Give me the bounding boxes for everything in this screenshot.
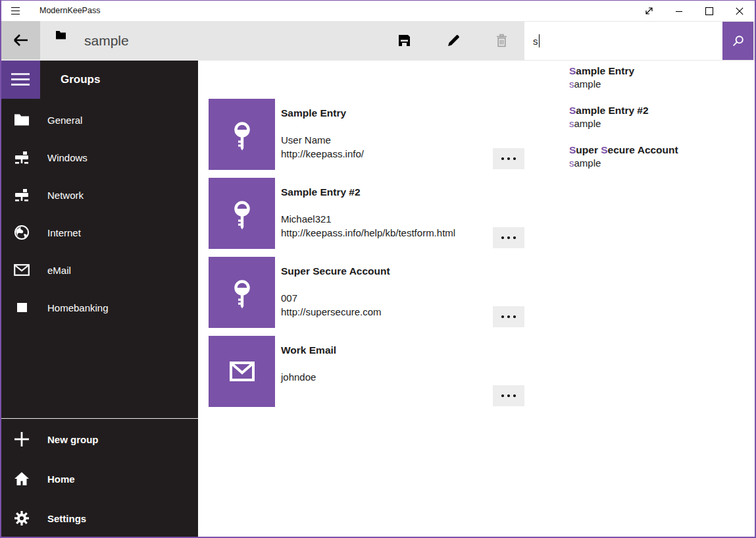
- globe-icon: [13, 224, 30, 241]
- key-icon: [209, 178, 275, 249]
- entry-row[interactable]: Work Email johndoe: [209, 336, 756, 407]
- sidebar-item-internet[interactable]: Internet: [1, 213, 198, 251]
- plus-icon: [13, 431, 30, 448]
- minimize-icon: [674, 6, 684, 16]
- suggestion-item[interactable]: Sample Entry #2 sample: [569, 103, 753, 136]
- close-button[interactable]: [724, 1, 755, 21]
- sidebar-item-network[interactable]: Network: [1, 176, 198, 213]
- window-border-left: [0, 0, 1, 538]
- window-border-top: [0, 0, 756, 1]
- more-button[interactable]: [493, 227, 524, 248]
- sidebar-item-email[interactable]: eMail: [1, 251, 198, 288]
- app-title: ModernKeePass: [39, 1, 100, 21]
- key-icon: [209, 257, 275, 328]
- workstation-icon: [13, 186, 30, 203]
- title-bar: ModernKeePass: [1, 1, 755, 21]
- sidebar-divider: [1, 418, 198, 419]
- search-text: s: [533, 36, 538, 47]
- search-box: s: [524, 22, 753, 60]
- entry-row[interactable]: Super Secure Account 007 http://supersec…: [209, 257, 756, 328]
- maximize-icon: [704, 6, 715, 16]
- fullscreen-button[interactable]: [634, 1, 664, 21]
- square-icon: [13, 299, 30, 316]
- save-button[interactable]: [388, 24, 420, 56]
- sidebar-footer: New group Home: [1, 419, 198, 538]
- key-icon: [209, 99, 275, 170]
- envelope-icon: [209, 336, 275, 407]
- group-list: General Windows: [1, 101, 198, 326]
- delete-button[interactable]: [486, 24, 517, 56]
- edit-icon: [447, 34, 461, 47]
- suggestion-item[interactable]: Sample Entry sample: [569, 64, 753, 97]
- workstation-icon: [13, 149, 30, 166]
- more-button[interactable]: [493, 148, 524, 169]
- navigation-pane: Groups General Windows: [1, 61, 198, 537]
- back-button[interactable]: [1, 21, 40, 59]
- search-button[interactable]: [722, 22, 753, 60]
- command-bar: sample s: [1, 21, 755, 61]
- folder-icon: [13, 111, 30, 128]
- text-caret: [539, 34, 540, 47]
- edit-button[interactable]: [438, 24, 469, 56]
- new-group-button[interactable]: New group: [1, 419, 198, 459]
- delete-icon: [495, 34, 508, 47]
- save-icon: [397, 34, 411, 47]
- gear-icon: [13, 510, 30, 527]
- home-button[interactable]: Home: [1, 459, 198, 498]
- envelope-icon: [13, 261, 30, 279]
- nav-hamburger-button[interactable]: [1, 61, 40, 99]
- more-button[interactable]: [493, 306, 524, 327]
- minimize-button[interactable]: [664, 1, 694, 21]
- close-icon: [734, 6, 745, 16]
- database-title: sample: [84, 21, 129, 61]
- search-icon: [732, 34, 745, 47]
- hamburger-icon[interactable]: [11, 7, 20, 15]
- suggestion-item[interactable]: Super Secure Account sample: [569, 143, 753, 176]
- sidebar-item-windows[interactable]: Windows: [1, 138, 198, 176]
- maximize-button[interactable]: [694, 1, 724, 21]
- groups-header: Groups: [61, 61, 100, 99]
- fullscreen-icon: [643, 5, 655, 16]
- sidebar-item-general[interactable]: General: [1, 101, 198, 138]
- more-button[interactable]: [493, 385, 524, 406]
- database-icon: [55, 30, 66, 42]
- settings-button[interactable]: Settings: [1, 498, 198, 538]
- back-arrow-icon: [13, 33, 30, 47]
- home-icon: [13, 470, 30, 487]
- entry-row[interactable]: Sample Entry #2 Michael321 http://keepas…: [209, 178, 756, 249]
- search-input[interactable]: s: [524, 22, 722, 60]
- sidebar-item-homebanking[interactable]: Homebanking: [1, 288, 198, 326]
